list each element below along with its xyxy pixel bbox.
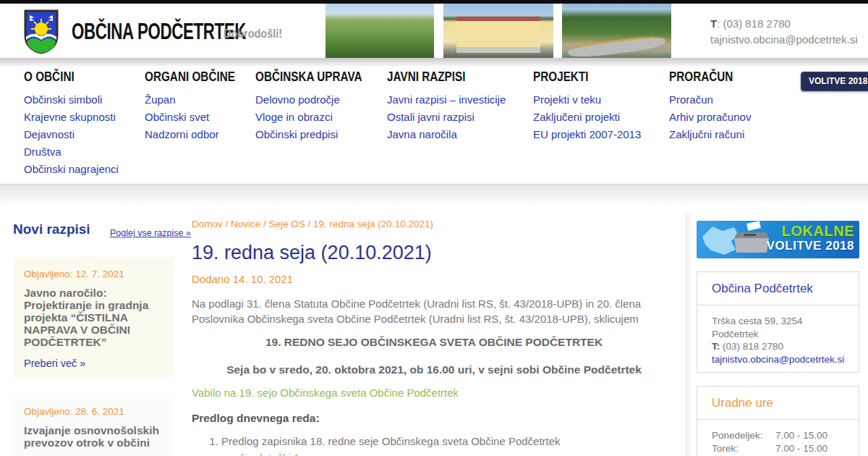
contact-phone: T: (03) 818 2780 <box>712 340 844 353</box>
contact-box-title[interactable]: Občina Podčetrtek <box>697 272 859 305</box>
nav-heading-projekti[interactable]: PROJEKTI <box>533 69 589 85</box>
nav-column-projekti: PROJEKTI Projekti v teku Zaključeni proj… <box>533 69 641 143</box>
nav-link[interactable]: Javni razpisi – investicije <box>387 91 506 109</box>
nav-link[interactable]: Župan <box>145 91 251 109</box>
nav-link[interactable]: Nadzorni odbor <box>145 126 251 143</box>
nav-link[interactable]: Občinski predpisi <box>255 126 381 143</box>
session-time-line: Seja bo v sredo, 20. oktobra 2021, ob 16… <box>192 363 676 376</box>
nav-link[interactable]: EU projekti 2007-2013 <box>533 126 641 143</box>
page: OBČINA PODČETRTEK Dobrodošli! T: (03) 81… <box>0 0 868 456</box>
nav-link[interactable]: Občinski nagrajenci <box>24 161 119 178</box>
volitve-2018-button[interactable]: VOLITVE 2018 <box>801 72 868 91</box>
session-heading: 19. REDNO SEJO OBČINSKEGA SVETA OBČINE P… <box>192 336 676 349</box>
municipality-coat-of-arms-icon[interactable] <box>24 9 59 54</box>
post-title-link[interactable]: Javno naročilo: Projektiranje in gradnja… <box>24 287 163 348</box>
agenda-item-text: Predlog zapisnika 18. redne seje Občinsk… <box>221 435 561 447</box>
nav-link[interactable]: Javna naročila <box>387 126 506 143</box>
contact-email-link[interactable]: tajnistvo.obcina@podcetrtek.si <box>712 353 844 366</box>
header-contact: T: (03) 818 2780 tajnistvo.obcina@podcet… <box>710 16 858 48</box>
site-title[interactable]: OBČINA PODČETRTEK <box>72 19 246 45</box>
nav-heading-organi-obcine[interactable]: ORGANI OBČINE <box>145 69 235 85</box>
nav-heading-obcinska-uprava[interactable]: OBČINSKA UPRAVA <box>255 69 362 85</box>
agenda-item: Predlog zapisnika 18. redne seje Občinsk… <box>221 434 671 456</box>
header-photo-road <box>562 4 671 58</box>
view-all-tenders-link[interactable]: Poglej vse razpise » <box>110 228 191 238</box>
post-title-link[interactable]: Izvajanje osnovnošolskih prevozov otrok … <box>24 424 163 449</box>
nav-link[interactable]: Arhiv proračunov <box>669 109 751 126</box>
office-hours-row: Ponedeljek:7.00 - 15.00 <box>712 429 844 442</box>
nav-column-organi-obcine: ORGANI OBČINE Župan Občinski svet Nadzor… <box>145 69 251 143</box>
office-hours-box: Uradne ure Ponedeljek:7.00 - 15.00 Torek… <box>697 386 859 456</box>
lokalne-volitve-2018-banner[interactable]: LOKALNE VOLITVE 2018 <box>697 221 859 258</box>
nav-link[interactable]: Dejavnosti <box>24 126 119 143</box>
banner-line1: LOKALNE <box>782 223 854 240</box>
post-date: Objavljeno: 12. 7. 2021 <box>24 269 163 279</box>
article-date-added: Dodano 14. 10. 2021 <box>192 273 293 285</box>
article-intro-paragraph: Na podlagi 31. člena Statuta Občine Podč… <box>192 296 676 326</box>
tender-post-card: Objavljeno: 12. 7. 2021 Javno naročilo: … <box>13 257 174 377</box>
new-tenders-title: Novi razpisi <box>13 221 90 237</box>
nav-link[interactable]: Delovno področje <box>255 91 381 109</box>
page-title: 19. redna seja (20.10.2021) <box>192 242 432 264</box>
office-hours-title: Uradne ure <box>697 387 859 420</box>
nav-heading-o-obcini[interactable]: O OBČINI <box>24 69 75 85</box>
nav-link[interactable]: Ostali javni razpisi <box>387 109 506 126</box>
agenda-label: Predlog dnevnega reda: <box>192 412 320 425</box>
post-date: Objavljeno: 28. 6. 2021 <box>24 406 163 417</box>
header-phone: T: (03) 818 2780 <box>710 16 858 32</box>
nav-link[interactable]: Krajevne skupnosti <box>24 109 119 126</box>
nav-link[interactable]: Projekti v teku <box>533 91 641 109</box>
header-shadow <box>0 58 868 67</box>
agenda-item-material-link[interactable]: gradivo k točki 1 <box>221 451 671 456</box>
nav-link[interactable]: Vloge in obrazci <box>255 109 381 126</box>
tender-post-card: Objavljeno: 28. 6. 2021 Izvajanje osnovn… <box>13 394 174 456</box>
nav-column-proracun: PRORAČUN Proračun Arhiv proračunov Zaklj… <box>669 69 751 143</box>
nav-link[interactable]: Občinski svet <box>145 109 251 126</box>
invitation-link[interactable]: Vabilo na 19. sejo Občinskega sveta Obči… <box>192 387 459 399</box>
nav-bottom-shadow <box>0 184 868 206</box>
nav-column-javni-razpisi: JAVNI RAZPISI Javni razpisi – investicij… <box>387 69 506 143</box>
welcome-tagline: Dobrodošli! <box>224 27 282 41</box>
site-header: OBČINA PODČETRTEK Dobrodošli! T: (03) 81… <box>0 4 868 58</box>
header-email-link[interactable]: tajnistvo.obcina@podcetrtek.si <box>710 32 858 48</box>
header-photo-hills <box>326 4 434 58</box>
office-hours-row: Torek:7.00 - 15.00 <box>712 442 844 455</box>
nav-heading-proracun[interactable]: PRORAČUN <box>669 69 733 85</box>
header-photo-building <box>443 4 553 58</box>
content-scrollbar-track[interactable] <box>686 214 690 456</box>
nav-heading-javni-razpisi[interactable]: JAVNI RAZPISI <box>387 69 466 85</box>
agenda-list: Predlog zapisnika 18. redne seje Občinsk… <box>208 434 671 456</box>
banner-line2: VOLITVE 2018 <box>767 239 854 253</box>
nav-link[interactable]: Občinski simboli <box>24 91 119 109</box>
read-more-link[interactable]: Preberi več » <box>24 358 163 369</box>
contact-address: Trška cesta 59, 3254 Podčetrtek <box>712 315 844 340</box>
nav-link[interactable]: Zaključni računi <box>669 126 751 143</box>
breadcrumb[interactable]: Domov / Novice / Seje OS / 19. redna sej… <box>192 219 433 229</box>
nav-link[interactable]: Društva <box>24 143 119 161</box>
nav-column-obcinska-uprava: OBČINSKA UPRAVA Delovno področje Vloge i… <box>255 69 381 143</box>
nav-column-o-obcini: O OBČINI Občinski simboli Krajevne skupn… <box>24 69 119 178</box>
nav-link[interactable]: Zaključeni projekti <box>533 109 641 126</box>
nav-link[interactable]: Proračun <box>669 91 751 109</box>
municipality-contact-box: Občina Podčetrtek Trška cesta 59, 3254 P… <box>697 271 859 373</box>
